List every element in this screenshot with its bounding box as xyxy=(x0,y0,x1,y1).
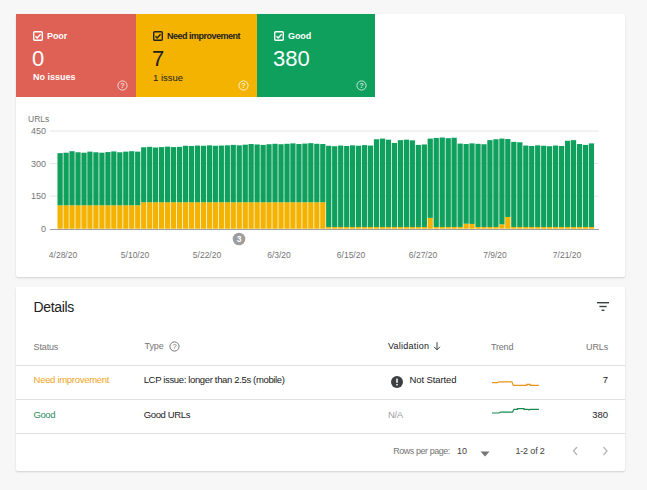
svg-text:5/22/20: 5/22/20 xyxy=(193,250,222,260)
svg-text:?: ? xyxy=(359,81,364,90)
svg-text:6/15/20: 6/15/20 xyxy=(337,250,366,260)
svg-text:4/28/20: 4/28/20 xyxy=(49,250,78,260)
svg-text:?: ? xyxy=(241,81,246,90)
svg-text:150: 150 xyxy=(31,191,46,201)
svg-text:?: ? xyxy=(120,81,125,90)
svg-text:6/3/20: 6/3/20 xyxy=(267,250,291,260)
svg-text:300: 300 xyxy=(31,159,46,169)
svg-text:3: 3 xyxy=(237,234,242,244)
svg-text:7/9/20: 7/9/20 xyxy=(483,250,507,260)
svg-text:URLs: URLs xyxy=(28,114,49,124)
svg-text:6/27/20: 6/27/20 xyxy=(409,250,438,260)
svg-text:450: 450 xyxy=(31,126,46,136)
svg-text:?: ? xyxy=(172,342,176,351)
svg-text:7/21/20: 7/21/20 xyxy=(553,250,582,260)
svg-text:5/10/20: 5/10/20 xyxy=(121,250,150,260)
svg-text:0: 0 xyxy=(41,224,46,234)
